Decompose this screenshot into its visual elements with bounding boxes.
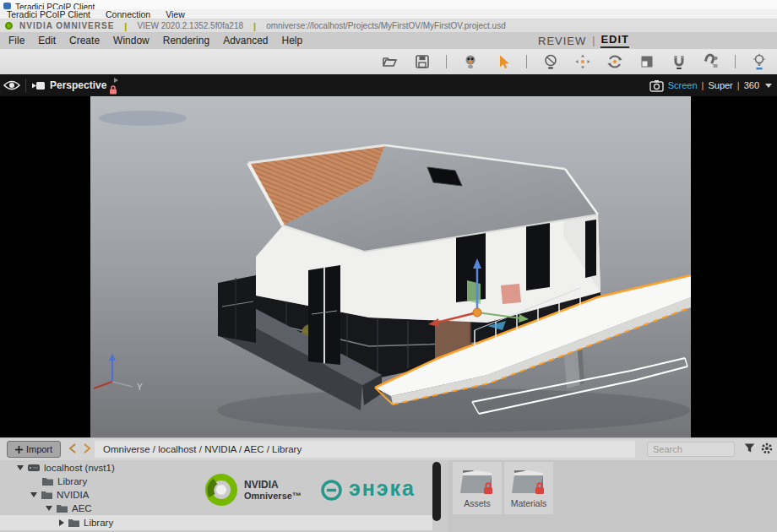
robot-icon (462, 53, 479, 70)
rotate-tool-button[interactable] (606, 53, 623, 70)
menu-advanced[interactable]: Advanced (223, 35, 268, 46)
cloud (99, 111, 187, 126)
caret-down-icon[interactable] (46, 506, 52, 511)
visibility-button[interactable] (3, 77, 20, 94)
menu-help[interactable]: Help (282, 35, 303, 46)
camera-lock-icon[interactable] (109, 85, 117, 95)
snap-magnet-icon (671, 53, 687, 70)
breadcrumb-path: Omniverse / localhost / NVIDIA / AEC / L… (103, 444, 302, 454)
robot-button[interactable] (462, 53, 479, 70)
content-grid: Assets Materials (448, 460, 777, 532)
client-menu-connection[interactable]: Connection (106, 9, 150, 19)
filter-button[interactable] (742, 442, 757, 457)
client-menu-view[interactable]: View (166, 9, 185, 19)
content-browser-toolbar: Import Omniverse / localhost / NVIDIA / … (0, 437, 777, 460)
plus-icon (15, 446, 23, 453)
viewport-area: Y (0, 96, 777, 437)
caret-down-icon[interactable] (17, 465, 24, 470)
toolbar-separator (446, 55, 447, 68)
main-toolbar (0, 49, 777, 74)
snap-button[interactable] (671, 53, 687, 70)
tree-item-label: AEC (72, 503, 92, 513)
caret-right-icon[interactable] (59, 519, 64, 526)
toolbar-separator (735, 55, 736, 68)
folder-tile-materials[interactable]: Materials (504, 462, 553, 514)
document-url: omniverse://localhost/Projects/MyFirstOV… (266, 21, 506, 30)
chevron-left-icon (68, 443, 77, 453)
menu-create[interactable]: Create (69, 35, 100, 46)
search-input[interactable] (647, 442, 735, 457)
save-icon (414, 53, 431, 70)
capture-quality-label[interactable]: Super (708, 80, 732, 90)
viewport-header: Perspective Screen | Super | 360 (0, 74, 777, 96)
tile-label: Materials (511, 498, 547, 508)
os-titlebar: Teradici PCoIP Client (0, 0, 777, 9)
breadcrumb[interactable]: Omniverse / localhost / NVIDIA / AEC / L… (95, 441, 635, 458)
eneca-logo: энэка (320, 478, 416, 502)
settings-button[interactable] (759, 442, 774, 457)
folder-icon (68, 518, 79, 527)
scale-tool-button[interactable] (638, 53, 655, 70)
client-menu-app[interactable]: Teradici PCoIP Client (7, 9, 90, 19)
tree-item-library-selected[interactable]: Library (0, 515, 432, 530)
mode-switch: REVIEW | EDIT (538, 33, 629, 48)
transform-space-button[interactable] (542, 53, 559, 70)
bar-separator: | (124, 21, 127, 31)
snap-settings-magnet-icon (703, 53, 720, 70)
import-button[interactable]: Import (7, 441, 61, 458)
capture-screen-label[interactable]: Screen (668, 80, 698, 90)
nvidia-omniverse-logo: NVIDIA Omniverse™ (205, 474, 302, 506)
omniverse-app-bar: NVIDIA OMNIVERSE | VIEW 2020.2.1352.5f0f… (0, 19, 777, 32)
tree-item-library[interactable]: Library (42, 475, 87, 487)
menu-file[interactable]: File (8, 35, 24, 46)
light-button[interactable] (751, 53, 768, 70)
axis-y-label: Y (137, 383, 143, 392)
chevron-down-icon[interactable] (765, 84, 772, 88)
house-3d-scene[interactable]: Y (90, 96, 691, 437)
rotate-tool-icon (606, 53, 623, 70)
eneca-logo-text: энэка (349, 476, 416, 501)
locked-folder-icon (459, 465, 495, 496)
select-tool-button[interactable] (494, 53, 511, 70)
capture-controls: Screen | Super | 360 (649, 79, 777, 92)
snap-settings-button[interactable] (703, 53, 720, 70)
tree-item-label: localhost (nvst1) (44, 463, 115, 473)
brand-watermark: NVIDIA Omniverse™ энэка (205, 464, 429, 515)
open-file-button[interactable] (382, 53, 399, 70)
camera-menu-label: Perspective (50, 79, 106, 91)
forward-button[interactable] (80, 442, 94, 457)
tree-item-label: Library (57, 476, 87, 486)
transform-space-globe-icon (542, 53, 559, 70)
caret-down-icon[interactable] (30, 492, 37, 497)
save-button[interactable] (414, 53, 431, 70)
nvidia-logo-icon (5, 22, 13, 30)
client-menubar: Teradici PCoIP Client Connection View (0, 9, 777, 19)
capture-button[interactable] (649, 79, 664, 92)
folder-icon (57, 504, 68, 513)
locked-folder-icon (511, 465, 546, 496)
move-tool-icon (574, 53, 591, 70)
capture-divider: | (702, 80, 704, 90)
camera-selector[interactable]: Perspective (31, 79, 122, 91)
menu-rendering[interactable]: Rendering (163, 35, 209, 46)
tree-item-localhost[interactable]: localhost (nvst1) (17, 461, 115, 474)
back-button[interactable] (66, 442, 79, 457)
folder-tile-assets[interactable]: Assets (453, 462, 502, 514)
menu-window[interactable]: Window (113, 35, 149, 46)
tree-item-label: Library (84, 518, 113, 528)
move-tool-button[interactable] (574, 53, 591, 70)
tree-item-aec[interactable]: AEC (46, 502, 92, 514)
tree-item-nvidia[interactable]: NVIDIA (30, 488, 89, 501)
gear-icon (760, 442, 774, 455)
brand-label: NVIDIA OMNIVERSE (19, 21, 114, 30)
tree-scrollbar-thumb[interactable] (432, 462, 441, 521)
capture-divider: | (737, 80, 740, 90)
mode-review[interactable]: REVIEW (538, 35, 586, 47)
menu-edit[interactable]: Edit (38, 35, 56, 46)
content-browser-body: localhost (nvst1) Library NVIDIA AEC (0, 460, 777, 532)
mode-edit[interactable]: EDIT (600, 33, 629, 48)
filter-funnel-icon (743, 442, 756, 454)
open-file-icon (382, 53, 399, 70)
viewport-render[interactable]: Y (90, 96, 691, 437)
capture-resolution-label[interactable]: 360 (744, 80, 759, 90)
